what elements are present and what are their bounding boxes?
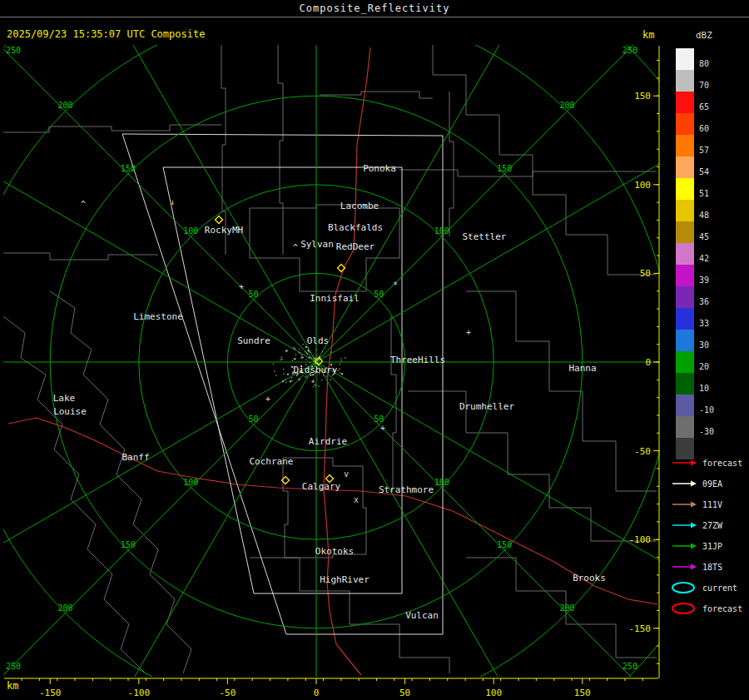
range-ring-label: 250 [6,662,21,671]
legend-item-18TS: 18TS [672,563,722,572]
map-marker: + [466,328,471,337]
boundary-line [3,253,158,260]
city-label-cochrane: Cochrane [250,456,294,467]
echo-dot [321,380,323,381]
echo-dot [300,353,301,355]
dbz-value-label: -30 [699,427,714,437]
echo-dot [293,347,295,349]
dbz-swatch-57 [676,135,694,156]
city-label-lacombe: Lacombe [340,201,379,211]
dbz-swatch-60 [676,113,694,135]
dbz-value-label: 36 [699,297,709,307]
right-axis-unit-label: km [642,29,654,41]
radar-map-canvas[interactable]: 5050505010010010010015015015015020020020… [3,45,660,677]
range-ring-label: 200 [57,101,72,110]
city-label-blackfalds: Blackfalds [328,222,383,233]
color-scale-panel: dBZ 80706560575451484542393633302010-10-… [666,25,749,699]
right-tick-label: 50 [640,268,651,279]
echo-dot [316,355,318,356]
echo-dot [300,357,302,359]
range-ring-label: 200 [559,101,574,110]
range-ring-label: 100 [434,226,449,236]
echo-dot [322,351,324,353]
dbz-value-label: 45 [699,232,709,242]
echo-dot [340,360,342,362]
radar-app: { "title": "Composite_Reflectivity", "ti… [0,0,749,700]
bottom-tick-label: 50 [399,688,410,698]
echo-dot [318,385,320,387]
echo-dot [313,360,315,362]
city-label-reddeer: RedDeer [336,241,375,252]
bottom-tick-label: -100 [128,688,151,698]
dbz-swatch-30 [676,330,694,351]
track-legend: forecast09EA111V27ZW31JP18TScurrentforec… [666,451,749,643]
echo-dot [340,364,341,365]
city-label-vulcan: Vulcan [405,610,439,621]
boundary-line [391,316,396,491]
range-ring-label: 150 [497,540,512,549]
dbz-swatch--30 [676,416,694,438]
dbz-value-label: 39 [699,276,709,285]
arrow-head-icon [691,460,697,466]
city-label-stettler: Stettler [463,231,507,242]
echo-dot [287,374,290,376]
dbz-swatch-54 [676,156,694,178]
range-ring-label: 50 [249,290,259,299]
city-label-sylvan: Sylvan [300,239,334,250]
city-label-airdrie: Airdrie [309,436,347,447]
arrow-head-icon [691,523,697,529]
echo-dot [281,359,283,360]
echo-dot [315,385,317,386]
map-marker: + [380,424,385,433]
right-tick-label: 0 [645,357,651,368]
city-label-innisfail: Innisfail [310,293,360,304]
echo-dot [340,372,341,374]
echo-dot [340,358,342,360]
echo-dot [285,379,286,380]
echo-dot [283,369,285,370]
echo-dot [301,356,304,359]
echo-dot [305,346,308,349]
range-ring-label: 150 [121,540,136,549]
dbz-value-label: 60 [699,124,709,134]
window-title: Composite_Reflectivity [0,0,749,17]
map-marker: * [393,280,398,290]
dbz-swatch-42 [676,243,694,265]
bottom-tick-label: -50 [219,688,236,698]
city-label-calgary: Calgary [302,481,341,492]
bottom-tick-label: -150 [39,688,62,698]
dbz-value-label: 80 [699,59,709,69]
right-tick-label: -100 [629,534,652,545]
legend-item-label: forecast [702,604,742,613]
dbz-swatch-20 [676,351,694,373]
right-tick-label: -50 [634,446,651,457]
echo-dot [338,370,340,371]
boundary-line [221,45,226,255]
echo-dot [339,368,340,370]
dbz-value-label: 54 [699,167,709,177]
dbz-swatch-51 [676,178,694,200]
legend-item-label: 31JP [702,542,722,551]
city-label-rockymh: RockyMH [205,225,243,236]
dbz-value-label: 57 [699,146,709,156]
echo-dot [274,370,275,372]
dbz-value-label: 51 [699,189,709,199]
arrow-head-icon [691,544,697,549]
map-marker: ↓ [170,197,175,206]
map-marker: + [265,395,270,404]
dbz-value-label: 48 [699,211,709,221]
map-marker: v [344,469,349,479]
legend-item-current: current [672,583,737,593]
radar-site-icon [216,216,223,224]
right-tick-label: -150 [629,623,652,634]
echo-dot [305,375,307,377]
city-label-drumheller: Drumheller [459,401,515,412]
arrow-head-icon [691,481,697,487]
boundary-line [320,92,433,98]
range-ring-label: 150 [121,164,136,173]
city-label-threehills: ThreeHills [390,355,445,365]
echo-dot [285,350,288,352]
legend-item-31JP: 31JP [672,542,722,551]
legend-item-forecast: forecast [672,603,742,613]
echo-dot [301,355,303,356]
